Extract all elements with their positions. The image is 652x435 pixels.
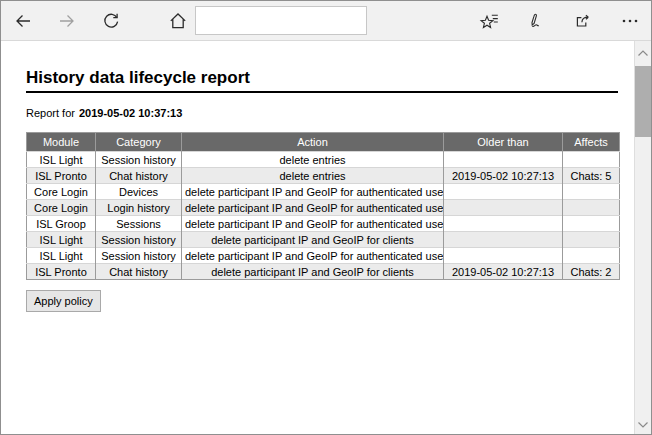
report-timestamp: 2019-05-02 10:37:13 (79, 107, 182, 119)
refresh-icon (101, 11, 121, 31)
table-row: ISL LightSession historydelete entries (27, 152, 620, 168)
table-cell: Session history (96, 152, 182, 168)
column-header: Module (27, 133, 96, 152)
share-button[interactable] (572, 8, 594, 34)
table-cell: Chat history (96, 264, 182, 280)
table-cell: delete participant IP and GeoIP for clie… (182, 232, 444, 248)
table-cell: ISL Groop (27, 216, 96, 232)
table-row: ISL ProntoChat historydelete entries2019… (27, 168, 620, 184)
table-header-row: ModuleCategoryActionOlder thanAffects (27, 133, 620, 152)
table-cell: Login history (96, 200, 182, 216)
forward-arrow-icon (57, 11, 77, 31)
table-cell (563, 248, 620, 264)
table-cell: Chats: 5 (563, 168, 620, 184)
scrollbar-thumb[interactable] (635, 66, 651, 137)
table-row: Core LoginDevicesdelete participant IP a… (27, 184, 620, 200)
table-cell: Session history (96, 248, 182, 264)
table-body: ISL LightSession historydelete entriesIS… (27, 152, 620, 280)
table-row: ISL LightSession historydelete participa… (27, 248, 620, 264)
web-note-button[interactable] (525, 8, 547, 34)
table-row: ISL GroopSessionsdelete participant IP a… (27, 216, 620, 232)
table-cell: ISL Light (27, 248, 96, 264)
page-title: History data lifecycle report (26, 68, 618, 93)
column-header: Category (96, 133, 182, 152)
table-cell (444, 184, 563, 200)
table-cell (444, 248, 563, 264)
table-cell: ISL Pronto (27, 168, 96, 184)
home-icon (168, 11, 188, 31)
table-cell: Devices (96, 184, 182, 200)
star-list-icon (479, 11, 499, 31)
table-cell: Sessions (96, 216, 182, 232)
pen-icon (526, 11, 546, 31)
table-cell (563, 184, 620, 200)
ellipsis-icon (620, 11, 640, 31)
back-arrow-icon (13, 11, 33, 31)
chevron-down-icon (637, 415, 649, 433)
table-cell: delete participant IP and GeoIP for auth… (182, 200, 444, 216)
table-cell (563, 152, 620, 168)
table-cell: 2019-05-02 10:27:13 (444, 168, 563, 184)
column-header: Affects (563, 133, 620, 152)
table-cell (444, 232, 563, 248)
more-button[interactable] (619, 8, 641, 34)
refresh-button[interactable] (100, 8, 122, 34)
table-row: ISL ProntoChat historydelete participant… (27, 264, 620, 280)
table-cell (563, 216, 620, 232)
browser-toolbar (1, 1, 651, 41)
forward-button[interactable] (56, 8, 78, 34)
table-cell: Session history (96, 232, 182, 248)
table-cell: ISL Light (27, 152, 96, 168)
table-row: Core LoginLogin historydelete participan… (27, 200, 620, 216)
table-cell: delete entries (182, 168, 444, 184)
table-cell: delete participant IP and GeoIP for auth… (182, 248, 444, 264)
report-line: Report for2019-05-02 10:37:13 (26, 107, 634, 119)
table-cell: 2019-05-02 10:27:13 (444, 264, 563, 280)
toolbar-right-group (478, 8, 641, 34)
table-row: ISL LightSession historydelete participa… (27, 232, 620, 248)
table-cell: Core Login (27, 200, 96, 216)
scrollbar-down-arrow[interactable] (635, 415, 651, 432)
table-cell: delete participant IP and GeoIP for auth… (182, 184, 444, 200)
back-button[interactable] (12, 8, 34, 34)
apply-policy-button[interactable]: Apply policy (26, 290, 101, 312)
page-content: History data lifecycle report Report for… (1, 68, 651, 312)
table-cell (563, 232, 620, 248)
share-icon (573, 11, 593, 31)
scrollbar-up-arrow[interactable] (635, 43, 651, 60)
report-prefix: Report for (26, 107, 75, 119)
table-cell: Chat history (96, 168, 182, 184)
column-header: Older than (444, 133, 563, 152)
table-cell: delete participant IP and GeoIP for clie… (182, 264, 444, 280)
table-cell (563, 200, 620, 216)
vertical-scrollbar[interactable] (634, 41, 651, 434)
table-cell: ISL Pronto (27, 264, 96, 280)
table-cell: ISL Light (27, 232, 96, 248)
address-bar[interactable] (195, 6, 367, 35)
table-cell (444, 216, 563, 232)
table-cell: Core Login (27, 184, 96, 200)
browser-window: History data lifecycle report Report for… (0, 0, 652, 435)
home-button[interactable] (167, 8, 189, 34)
table-cell (444, 152, 563, 168)
table-cell (444, 200, 563, 216)
chevron-up-icon (637, 43, 649, 61)
table-cell: delete entries (182, 152, 444, 168)
column-header: Action (182, 133, 444, 152)
report-table: ModuleCategoryActionOlder thanAffects IS… (26, 132, 620, 280)
favorites-hub-button[interactable] (478, 8, 500, 34)
table-cell: delete participant IP and GeoIP for auth… (182, 216, 444, 232)
table-cell: Chats: 2 (563, 264, 620, 280)
